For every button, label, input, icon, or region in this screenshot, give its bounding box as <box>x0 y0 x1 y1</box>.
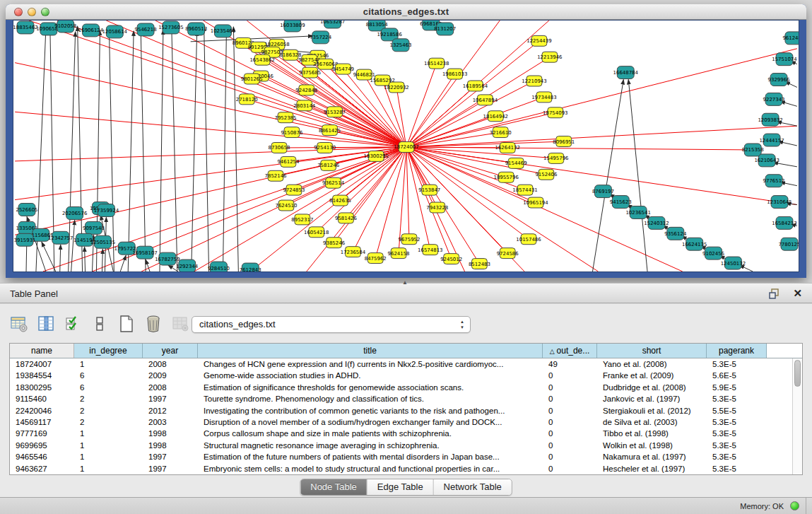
cell-short[interactable]: Wolkin et al. (1998) <box>597 440 707 451</box>
cell-title[interactable]: Tourette syndrome. Phenomenology and cla… <box>198 393 543 404</box>
network-node[interactable]: 2718120 <box>236 94 258 105</box>
table-vertical-scrollbar[interactable] <box>792 358 802 474</box>
cell-short[interactable]: Hescheler et al. (1997) <box>597 463 707 474</box>
network-node[interactable]: 9724853 <box>283 185 305 195</box>
cell-title[interactable]: Estimation of significance thresholds fo… <box>198 382 543 393</box>
table-row[interactable]: 2242004622012Investigating the contribut… <box>10 405 802 416</box>
network-node[interactable]: 9546218 <box>135 23 157 36</box>
cell-in_degree[interactable]: 2 <box>74 416 143 428</box>
network-node[interactable]: 12058614 <box>102 25 128 38</box>
network-node[interactable]: 10157486 <box>516 234 541 245</box>
network-node[interactable]: 18164942 <box>483 111 508 122</box>
network-node[interactable]: 19861033 <box>442 69 467 79</box>
network-node[interactable]: 9675952 <box>398 234 420 245</box>
network-node[interactable]: 7943228 <box>426 202 448 213</box>
column-header-year[interactable]: year <box>143 344 198 358</box>
cell-in_degree[interactable]: 1 <box>74 463 143 474</box>
table-row[interactable]: 946362711997Embryonic stem cells: a mode… <box>10 463 802 474</box>
cell-in_degree[interactable]: 1 <box>74 428 143 439</box>
network-node[interactable]: 9284510 <box>208 262 230 271</box>
network-node[interactable]: 15273605 <box>158 21 183 34</box>
memory-ok-indicator[interactable] <box>790 501 799 510</box>
cell-out_de[interactable]: 0 <box>543 382 597 393</box>
network-node[interactable]: 9153287 <box>324 107 346 117</box>
close-panel-icon[interactable]: ✕ <box>793 287 802 300</box>
cell-short[interactable]: Stergiakouli et al. (2012) <box>597 405 707 416</box>
tab-edge-table[interactable]: Edge Table <box>367 479 434 495</box>
network-node[interactable]: 7357224 <box>310 31 332 44</box>
network-node[interactable]: 8142635 <box>329 195 351 206</box>
network-node[interactable]: 9097548 <box>83 221 105 234</box>
cell-pagerank[interactable]: 5.6E-5 <box>707 370 767 381</box>
network-node[interactable]: 2526605 <box>16 204 38 216</box>
network-node[interactable]: 9329966 <box>768 74 790 86</box>
cell-short[interactable]: Nakamura et al. (1997) <box>597 451 707 462</box>
window-titlebar[interactable]: citations_edges.txt <box>6 4 806 20</box>
panel-resize-grip-icon[interactable]: ▲ <box>402 279 408 286</box>
network-node[interactable]: 16189564 <box>463 81 488 91</box>
table-row[interactable]: 1872400712008Changes of HCN gene express… <box>10 358 802 370</box>
table-settings-icon[interactable] <box>10 315 28 333</box>
network-node[interactable]: 18574431 <box>512 185 537 195</box>
scrollbar-thumb[interactable] <box>794 360 801 387</box>
network-node[interactable]: 12444157 <box>759 134 784 146</box>
network-node[interactable]: 8861425 <box>319 125 341 136</box>
column-header-out_de[interactable]: △out_de... <box>543 344 597 358</box>
cell-title[interactable]: Corpus callosum shape and size in male p… <box>198 428 543 439</box>
cell-in_degree[interactable]: 1 <box>74 440 143 451</box>
network-node[interactable]: 9624158 <box>388 248 410 259</box>
network-node[interactable]: 9153847 <box>418 185 440 195</box>
table-row[interactable]: 1938455462009Genome-wide association stu… <box>10 370 802 381</box>
cell-in_degree[interactable]: 2 <box>74 405 143 416</box>
cell-year[interactable]: 1997 <box>143 393 198 404</box>
network-node[interactable]: 7952385 <box>274 112 296 123</box>
network-node[interactable]: 15495796 <box>543 153 568 163</box>
network-node[interactable]: 9724586 <box>497 248 519 259</box>
network-canvas[interactable]: 1872400789601238912955182260589827503165… <box>13 21 799 271</box>
cell-name[interactable]: 9115460 <box>10 393 74 404</box>
cell-out_de[interactable]: 0 <box>543 405 597 416</box>
cell-title[interactable]: Disruption of a novel member of a sodium… <box>198 416 543 428</box>
cell-title[interactable]: Estimation of the future numbers of pati… <box>198 451 543 462</box>
network-node[interactable]: 9152406 <box>535 169 557 180</box>
cell-year[interactable]: 1998 <box>143 440 198 451</box>
cell-title[interactable]: Embryonic stem cells: a model to study s… <box>198 463 543 474</box>
cell-name[interactable]: 9777169 <box>10 428 74 439</box>
network-node[interactable]: 7780125 <box>778 238 799 250</box>
cell-pagerank[interactable]: 5.3E-5 <box>707 393 767 404</box>
cell-short[interactable]: Dudbridge et al. (2008) <box>597 382 707 393</box>
table-row[interactable]: 1830029562008Estimation of significance … <box>10 382 802 393</box>
toggle-cells-icon[interactable] <box>90 315 109 333</box>
network-node[interactable]: 12213946 <box>537 52 562 62</box>
network-node[interactable]: 9227343 <box>763 93 785 105</box>
cell-year[interactable]: 1998 <box>143 428 198 439</box>
cell-out_de[interactable]: 0 <box>543 440 597 451</box>
network-node[interactable]: 16033809 <box>280 21 305 32</box>
network-view[interactable]: 1872400789601238912955182260589827503165… <box>13 20 799 272</box>
cell-out_de[interactable]: 49 <box>543 358 597 370</box>
cell-short[interactable]: Jankovic et al. (1997) <box>597 393 707 404</box>
cell-pagerank[interactable]: 5.3E-5 <box>707 463 767 474</box>
new-table-icon[interactable] <box>117 315 136 333</box>
network-node[interactable]: 10647894 <box>473 95 498 105</box>
network-node[interactable]: 9385246 <box>323 238 345 248</box>
network-node[interactable]: 18955796 <box>494 172 519 182</box>
network-node[interactable]: 18835462 <box>13 21 38 34</box>
cell-title[interactable]: Changes of HCN gene expression and I(f) … <box>198 358 543 370</box>
tab-network-table[interactable]: Network Table <box>434 479 512 495</box>
network-node[interactable]: 15751074 <box>772 53 797 66</box>
network-node[interactable]: 7612843 <box>240 263 261 271</box>
cell-short[interactable]: de Silva et al. (2003) <box>597 416 707 428</box>
network-node[interactable]: 9102456 <box>702 247 724 259</box>
cell-title[interactable]: Investigating the contribution of common… <box>198 405 543 416</box>
network-node[interactable]: 12310645 <box>767 196 792 209</box>
network-node[interactable]: 16624135 <box>682 238 707 250</box>
table-row[interactable]: 946554611997Estimation of the future num… <box>10 451 802 462</box>
cell-in_degree[interactable]: 6 <box>74 370 143 381</box>
float-panel-icon[interactable] <box>769 288 779 299</box>
cell-name[interactable]: 18300295 <box>10 382 74 393</box>
network-node[interactable]: 8952317 <box>291 214 313 225</box>
network-node[interactable]: 18754093 <box>543 107 567 118</box>
cell-year[interactable]: 2012 <box>143 405 198 416</box>
delete-columns-icon[interactable] <box>144 315 163 333</box>
